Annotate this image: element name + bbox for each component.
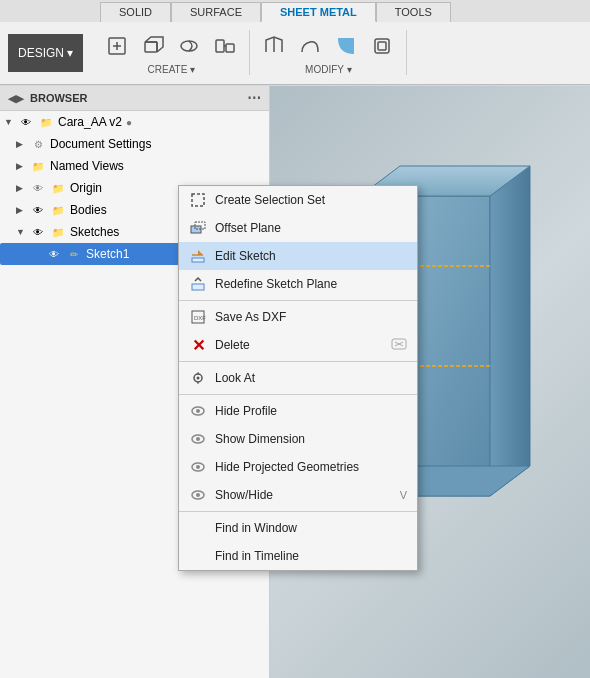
menu-label-show-dimension: Show Dimension bbox=[215, 432, 305, 446]
expand-arrow-origin: ▶ bbox=[16, 183, 28, 193]
offset-plane-icon bbox=[189, 219, 207, 237]
expand-arrow-namedviews: ▶ bbox=[16, 161, 28, 171]
design-label: DESIGN ▾ bbox=[18, 46, 73, 60]
eye-icon-sketch1[interactable]: 👁 bbox=[46, 246, 62, 262]
flange-icon[interactable] bbox=[209, 30, 241, 62]
menu-item-save-as-dxf[interactable]: DXF Save As DXF bbox=[179, 303, 417, 331]
tab-surface[interactable]: SURFACE bbox=[171, 2, 261, 22]
tab-tools[interactable]: TOOLS bbox=[376, 2, 451, 22]
folder-icon-origin: 📁 bbox=[50, 180, 66, 196]
menu-label-look-at: Look At bbox=[215, 371, 255, 385]
unfold-icon[interactable] bbox=[258, 30, 290, 62]
eye-icon-bodies[interactable]: 👁 bbox=[30, 202, 46, 218]
svg-rect-25 bbox=[192, 284, 204, 290]
docsettings-label: Document Settings bbox=[50, 137, 151, 151]
menu-item-redefine-sketch-plane[interactable]: Redefine Sketch Plane bbox=[179, 270, 417, 298]
svg-point-32 bbox=[197, 377, 200, 380]
sketch-icon-sketch1: ✏ bbox=[66, 246, 82, 262]
menu-separator-3 bbox=[179, 394, 417, 395]
menu-separator-1 bbox=[179, 300, 417, 301]
tree-item-namedviews[interactable]: ▶ 📁 Named Views bbox=[0, 155, 269, 177]
menu-label-hide-projected-geometries: Hide Projected Geometries bbox=[215, 460, 359, 474]
folder-icon-bodies: 📁 bbox=[50, 202, 66, 218]
svg-marker-14 bbox=[490, 166, 530, 496]
menu-label-edit-sketch: Edit Sketch bbox=[215, 249, 276, 263]
eye-icon-sketches[interactable]: 👁 bbox=[30, 224, 46, 240]
show-dimension-icon bbox=[189, 430, 207, 448]
sketch1-label: Sketch1 bbox=[86, 247, 129, 261]
browser-title: BROWSER bbox=[30, 92, 87, 104]
delete-shortcut bbox=[391, 338, 407, 352]
menu-item-show-dimension[interactable]: Show Dimension bbox=[179, 425, 417, 453]
edit-sketch-icon bbox=[189, 247, 207, 265]
create-icons bbox=[101, 30, 241, 62]
menu-item-edit-sketch[interactable]: Edit Sketch bbox=[179, 242, 417, 270]
bodies-label: Bodies bbox=[70, 203, 107, 217]
tree-item-docsettings[interactable]: ▶ ⚙ Document Settings bbox=[0, 133, 269, 155]
eye-icon-origin[interactable]: 👁 bbox=[30, 180, 46, 196]
svg-rect-11 bbox=[375, 39, 389, 53]
svg-rect-7 bbox=[216, 40, 224, 52]
show-hide-shortcut: V bbox=[400, 489, 407, 501]
delete-icon: ✕ bbox=[189, 336, 207, 354]
toolbar-tabs: SOLID SURFACE SHEET METAL TOOLS bbox=[0, 0, 590, 22]
folder-icon-root: 📁 bbox=[38, 114, 54, 130]
menu-item-find-in-timeline[interactable]: Find in Timeline bbox=[179, 542, 417, 570]
fillet-icon[interactable] bbox=[330, 30, 362, 62]
menu-item-hide-profile[interactable]: Hide Profile bbox=[179, 397, 417, 425]
menu-label-offset-plane: Offset Plane bbox=[215, 221, 281, 235]
modify-icons bbox=[258, 30, 398, 62]
expand-arrow-docsettings: ▶ bbox=[16, 139, 28, 149]
revolve-icon[interactable] bbox=[173, 30, 205, 62]
menu-label-redefine-sketch-plane: Redefine Sketch Plane bbox=[215, 277, 337, 291]
context-menu: Create Selection Set Offset Plane Edit S… bbox=[178, 185, 418, 571]
menu-item-hide-projected-geometries[interactable]: Hide Projected Geometries bbox=[179, 453, 417, 481]
menu-item-look-at[interactable]: Look At bbox=[179, 364, 417, 392]
browser-nav-arrows[interactable]: ◀▶ bbox=[8, 93, 24, 104]
design-button[interactable]: DESIGN ▾ bbox=[8, 34, 83, 72]
menu-label-hide-profile: Hide Profile bbox=[215, 404, 277, 418]
menu-label-create-selection-set: Create Selection Set bbox=[215, 193, 325, 207]
eye-icon-root[interactable]: 👁 bbox=[18, 114, 34, 130]
root-label: Cara_AA v2 bbox=[58, 115, 122, 129]
dxf-icon: DXF bbox=[189, 308, 207, 326]
modify-label: MODIFY ▾ bbox=[305, 64, 351, 75]
menu-item-offset-plane[interactable]: Offset Plane bbox=[179, 214, 417, 242]
svg-point-6 bbox=[181, 41, 197, 51]
menu-item-delete[interactable]: ✕ Delete bbox=[179, 331, 417, 359]
new-component-icon[interactable] bbox=[101, 30, 133, 62]
tab-sheetmetal[interactable]: SHEET METAL bbox=[261, 2, 376, 22]
svg-point-40 bbox=[196, 465, 200, 469]
redefine-icon bbox=[189, 275, 207, 293]
menu-item-show-hide[interactable]: Show/Hide V bbox=[179, 481, 417, 509]
modify-section: MODIFY ▾ bbox=[250, 30, 407, 75]
find-window-icon bbox=[189, 519, 207, 537]
toolbar-body: DESIGN ▾ bbox=[0, 22, 590, 84]
menu-item-find-in-window[interactable]: Find in Window bbox=[179, 514, 417, 542]
folder-icon-sketches: 📁 bbox=[50, 224, 66, 240]
tree-item-root[interactable]: ▼ 👁 📁 Cara_AA v2 ● bbox=[0, 111, 269, 133]
look-at-icon bbox=[189, 369, 207, 387]
menu-separator-2 bbox=[179, 361, 417, 362]
create-label: CREATE ▾ bbox=[148, 64, 196, 75]
svg-rect-19 bbox=[192, 194, 204, 206]
menu-label-show-hide: Show/Hide bbox=[215, 488, 273, 502]
menu-label-find-in-timeline: Find in Timeline bbox=[215, 549, 299, 563]
tab-solid[interactable]: SOLID bbox=[100, 2, 171, 22]
gear-icon-docsettings: ⚙ bbox=[30, 136, 46, 152]
extrude-icon[interactable] bbox=[137, 30, 169, 62]
origin-label: Origin bbox=[70, 181, 102, 195]
browser-options-icon[interactable]: ⋯ bbox=[247, 90, 261, 106]
version-badge: ● bbox=[126, 117, 132, 128]
menu-separator-4 bbox=[179, 511, 417, 512]
sketches-label: Sketches bbox=[70, 225, 119, 239]
browser-header: ◀▶ BROWSER ⋯ bbox=[0, 86, 269, 111]
expand-arrow-root: ▼ bbox=[4, 117, 16, 127]
create-section: CREATE ▾ bbox=[93, 30, 250, 75]
shell-icon[interactable] bbox=[366, 30, 398, 62]
expand-arrow-sketches: ▼ bbox=[16, 227, 28, 237]
bend-icon[interactable] bbox=[294, 30, 326, 62]
toolbar: SOLID SURFACE SHEET METAL TOOLS DESIGN ▾ bbox=[0, 0, 590, 85]
folder-icon-namedviews: 📁 bbox=[30, 158, 46, 174]
menu-item-create-selection-set[interactable]: Create Selection Set bbox=[179, 186, 417, 214]
